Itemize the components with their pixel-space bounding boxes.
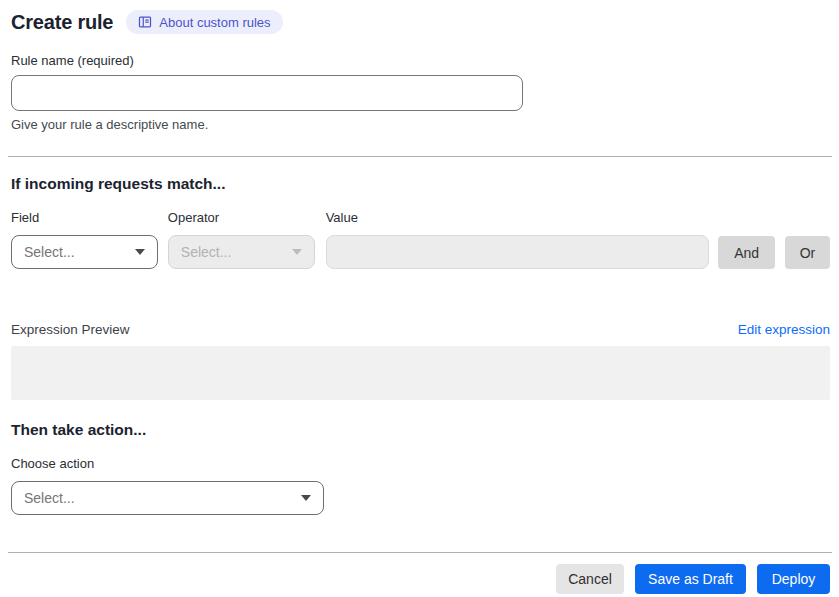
- field-select-value: Select...: [24, 244, 75, 260]
- operator-select-value: Select...: [181, 244, 232, 260]
- rule-name-section: Rule name (required) Give your rule a de…: [11, 53, 830, 132]
- expression-preview-header: Expression Preview Edit expression: [11, 322, 830, 337]
- save-as-draft-button[interactable]: Save as Draft: [635, 564, 746, 594]
- field-label: Field: [11, 210, 158, 225]
- chevron-down-icon: [292, 249, 302, 255]
- edit-expression-link[interactable]: Edit expression: [738, 322, 830, 337]
- footer-actions: Cancel Save as Draft Deploy: [11, 564, 830, 594]
- rule-name-label: Rule name (required): [11, 53, 830, 68]
- value-column: Value: [326, 210, 710, 269]
- field-select[interactable]: Select...: [11, 235, 158, 269]
- header: Create rule About custom rules: [11, 10, 830, 34]
- expression-preview-label: Expression Preview: [11, 322, 130, 337]
- match-section-heading: If incoming requests match...: [11, 175, 830, 193]
- choose-action-select[interactable]: Select...: [11, 481, 324, 515]
- about-badge-label: About custom rules: [159, 15, 270, 30]
- about-custom-rules-badge[interactable]: About custom rules: [126, 10, 282, 34]
- cancel-button[interactable]: Cancel: [556, 564, 624, 594]
- field-column: Field Select...: [11, 210, 158, 269]
- choose-action-label: Choose action: [11, 456, 830, 471]
- rule-name-input[interactable]: [11, 75, 523, 111]
- expression-preview-box: [11, 346, 830, 400]
- chevron-down-icon: [135, 249, 145, 255]
- or-button[interactable]: Or: [785, 236, 830, 269]
- divider: [8, 156, 832, 157]
- value-label: Value: [326, 210, 710, 225]
- operator-select[interactable]: Select...: [168, 235, 315, 269]
- and-button[interactable]: And: [718, 236, 775, 269]
- page-title: Create rule: [11, 11, 113, 34]
- book-icon: [138, 15, 152, 29]
- condition-row: Field Select... Operator Select... Value…: [11, 210, 830, 269]
- deploy-button[interactable]: Deploy: [757, 564, 830, 594]
- rule-name-helper: Give your rule a descriptive name.: [11, 117, 830, 132]
- value-input[interactable]: [326, 235, 710, 269]
- operator-column: Operator Select...: [168, 210, 315, 269]
- choose-action-value: Select...: [24, 490, 75, 506]
- operator-label: Operator: [168, 210, 315, 225]
- chevron-down-icon: [301, 495, 311, 501]
- create-rule-page: Create rule About custom rules Rule name…: [0, 0, 839, 597]
- footer-divider: [8, 552, 832, 553]
- action-section-heading: Then take action...: [11, 421, 830, 439]
